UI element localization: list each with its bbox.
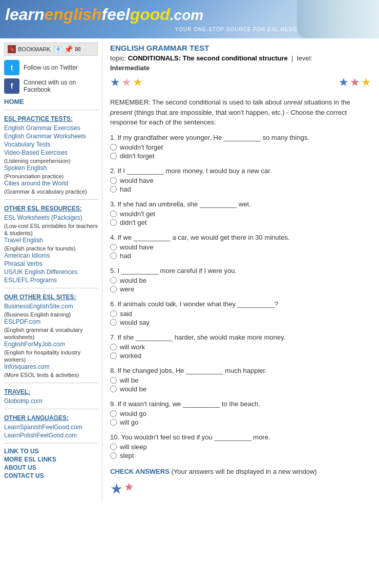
radio-q9-opt2[interactable] bbox=[110, 419, 117, 426]
answer-option-10-1[interactable]: will sleep bbox=[110, 443, 371, 451]
bottom-star-2: ★ bbox=[124, 480, 134, 497]
question-text-5: 5. I __________ more careful if I were y… bbox=[110, 267, 371, 275]
bookmark-bar[interactable]: 🔖 BOOKMARK 📧 📌 ✉ bbox=[4, 43, 98, 56]
radio-q1-opt2[interactable] bbox=[110, 153, 117, 159]
sidebar-item-about-us[interactable]: ABOUT US bbox=[4, 464, 98, 471]
answer-option-9-1[interactable]: would go bbox=[110, 410, 371, 417]
answer-option-8-2[interactable]: would be bbox=[110, 385, 371, 393]
answer-option-6-2[interactable]: would say bbox=[110, 319, 371, 326]
sidebar-item-travel-english[interactable]: Travel English bbox=[4, 237, 98, 244]
sidebar-item-business-english[interactable]: BusinessEnglishSite.com bbox=[4, 303, 98, 310]
sidebar-item-spoken-english[interactable]: Spoken English bbox=[4, 164, 98, 172]
star-4: ★ bbox=[339, 76, 349, 89]
twitter-item[interactable]: t Follow us on Twitter bbox=[4, 60, 98, 75]
radio-q8-opt1[interactable] bbox=[110, 377, 117, 384]
answer-option-1-1[interactable]: wouldn't forget bbox=[110, 143, 371, 151]
radio-q3-opt2[interactable] bbox=[110, 219, 117, 226]
radio-q5-opt2[interactable] bbox=[110, 286, 117, 292]
sidebar-item-us-uk[interactable]: US/UK English Differences bbox=[4, 268, 98, 276]
question-text-1: 1. If my grandfather were younger, He __… bbox=[110, 134, 371, 141]
sidebar-text-printables: (Low-cost ESL printables for teachers & … bbox=[4, 223, 98, 236]
answer-option-3-2[interactable]: didn't get bbox=[110, 219, 371, 226]
label-q8-opt2: would be bbox=[120, 385, 146, 393]
home-link[interactable]: HOME bbox=[4, 98, 98, 106]
esl-section-title: ESL PRACTICE TESTS: bbox=[4, 115, 98, 122]
other-esl-section-title: OTHER ESL RESOURCES: bbox=[4, 205, 98, 212]
bottom-stars: ★ ★ bbox=[110, 480, 371, 497]
answer-option-8-1[interactable]: will be bbox=[110, 376, 371, 384]
sidebar-item-grammar-exercises[interactable]: English Grammar Exercises bbox=[4, 124, 98, 132]
twitter-label: Follow us on Twitter bbox=[24, 64, 78, 71]
sidebar-item-english-job[interactable]: EnglishForMyJob.com bbox=[4, 341, 98, 348]
radio-q7-opt1[interactable] bbox=[110, 344, 117, 350]
answer-option-6-1[interactable]: said bbox=[110, 310, 371, 318]
label-q4-opt2: had bbox=[120, 252, 131, 260]
answer-option-5-1[interactable]: would be bbox=[110, 277, 371, 284]
radio-q10-opt2[interactable] bbox=[110, 452, 117, 459]
sidebar-item-more-esl-links[interactable]: MORE ESL LINKS bbox=[4, 456, 98, 463]
answer-option-4-2[interactable]: had bbox=[110, 252, 371, 260]
sidebar-item-eslpdf[interactable]: ESLPDF.com bbox=[4, 318, 98, 325]
sidebar-item-link-to-us[interactable]: LINK TO US bbox=[4, 448, 98, 455]
facebook-label: Connect with us on Facebook bbox=[24, 79, 98, 93]
label-q7-opt2: worked bbox=[120, 352, 141, 360]
label-q3-opt2: didn't get bbox=[120, 219, 146, 226]
answer-option-7-2[interactable]: worked bbox=[110, 352, 371, 360]
answer-option-4-1[interactable]: would have bbox=[110, 243, 371, 251]
sidebar-item-esl-worksheets[interactable]: ESL Worksheets (Packages) bbox=[4, 214, 98, 221]
radio-q9-opt1[interactable] bbox=[110, 410, 117, 417]
sidebar-item-american-idioms[interactable]: American Idioms bbox=[4, 252, 98, 259]
radio-q5-opt1[interactable] bbox=[110, 277, 117, 284]
radio-q2-opt1[interactable] bbox=[110, 177, 117, 184]
answer-option-2-1[interactable]: would have bbox=[110, 177, 371, 184]
radio-q4-opt1[interactable] bbox=[110, 244, 117, 250]
label-q4-opt1: would have bbox=[120, 243, 154, 251]
sidebar-item-spanish[interactable]: LearnSpanishFeelGood.com bbox=[4, 424, 98, 431]
answer-option-1-2[interactable]: didn't forget bbox=[110, 152, 371, 160]
sidebar-item-grammar-worksheets[interactable]: English Grammar Worksheets bbox=[4, 133, 98, 140]
label-q8-opt1: will be bbox=[120, 376, 138, 384]
sidebar-item-infosquares[interactable]: Infosquares.com bbox=[4, 363, 98, 370]
radio-q2-opt2[interactable] bbox=[110, 186, 117, 193]
label-q1-opt2: didn't forget bbox=[120, 152, 155, 160]
sidebar-item-globotrip[interactable]: Globotrip.com bbox=[4, 397, 98, 405]
facebook-icon: f bbox=[4, 78, 19, 94]
question-text-8: 8. If he changed jobs, He __________ muc… bbox=[110, 367, 371, 374]
sidebar-text-hospitality: (English for hospitality industry worker… bbox=[4, 349, 80, 363]
radio-q6-opt1[interactable] bbox=[110, 310, 117, 317]
answer-option-9-2[interactable]: will go bbox=[110, 418, 371, 426]
answer-option-7-1[interactable]: will work bbox=[110, 343, 371, 351]
radio-q3-opt1[interactable] bbox=[110, 211, 117, 217]
sidebar-item-cities[interactable]: Cities around the World bbox=[4, 180, 98, 187]
question-5: 5. I __________ more careful if I were y… bbox=[110, 267, 371, 293]
radio-q10-opt1[interactable] bbox=[110, 444, 117, 450]
answer-option-5-2[interactable]: were bbox=[110, 285, 371, 293]
questions-container: 1. If my grandfather were younger, He __… bbox=[110, 134, 371, 459]
other-lang-section-title: OTHER LANGUAGES: bbox=[4, 414, 98, 422]
sidebar-item-phrasal-verbs[interactable]: Phrasal Verbs bbox=[4, 260, 98, 267]
radio-q4-opt2[interactable] bbox=[110, 253, 117, 259]
question-10: 10. You wouldn't feel so tired if you __… bbox=[110, 433, 371, 459]
logo-good: good bbox=[130, 5, 170, 24]
answer-option-10-2[interactable]: slept bbox=[110, 452, 371, 459]
radio-q1-opt1[interactable] bbox=[110, 144, 117, 151]
question-text-4: 4. If we __________ a car, we would get … bbox=[110, 234, 371, 241]
answer-option-2-2[interactable]: had bbox=[110, 185, 371, 193]
check-note-text: (Your answers will be displayed in a new… bbox=[171, 468, 317, 475]
sidebar-item-video-exercises[interactable]: Video-Based Exercises bbox=[4, 149, 98, 156]
site-logo[interactable]: learnenglishfeelgood.com bbox=[5, 5, 203, 24]
answer-option-3-1[interactable]: wouldn't get bbox=[110, 210, 371, 218]
twitter-icon: t bbox=[4, 60, 19, 75]
question-1: 1. If my grandfather were younger, He __… bbox=[110, 134, 371, 160]
sidebar-item-efl-programs[interactable]: ESL/EFL Programs bbox=[4, 277, 98, 284]
radio-q8-opt2[interactable] bbox=[110, 386, 117, 392]
check-answers-link[interactable]: CHECK ANSWERS bbox=[110, 468, 170, 475]
sidebar-item-polish[interactable]: LearnPolishFeelGood.com bbox=[4, 432, 98, 439]
radio-q7-opt2[interactable] bbox=[110, 352, 117, 359]
sidebar-item-contact-us[interactable]: CONTACT US bbox=[4, 472, 98, 479]
sidebar-item-vocabulary-tests[interactable]: Vocabulary Tests bbox=[4, 141, 98, 148]
facebook-item[interactable]: f Connect with us on Facebook bbox=[4, 78, 98, 94]
label-q9-opt1: would go bbox=[120, 410, 146, 417]
star-group-right: ★ ★ ★ bbox=[339, 76, 371, 89]
radio-q6-opt2[interactable] bbox=[110, 319, 117, 326]
